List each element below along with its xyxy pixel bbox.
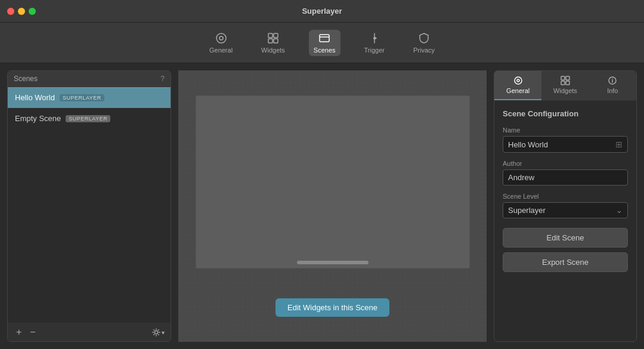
svg-point-9 xyxy=(154,331,157,333)
gear-icon xyxy=(152,328,160,336)
name-input[interactable] xyxy=(508,140,615,149)
gear-label: ▾ xyxy=(162,329,165,336)
config-panel: General Widgets Info xyxy=(494,70,637,342)
minimize-button[interactable] xyxy=(18,8,25,15)
canvas-area: Edit Widgets in this Scene xyxy=(178,70,487,342)
scenes-list: Hello World SUPERLAYER Empty Scene SUPER… xyxy=(8,87,171,323)
scenes-panel-header: Scenes ? xyxy=(8,71,171,87)
select-chevron-icon: ⌄ xyxy=(616,206,623,215)
author-input[interactable] xyxy=(508,173,623,182)
tab-trigger[interactable]: Trigger xyxy=(360,30,389,56)
close-button[interactable] xyxy=(7,8,14,15)
privacy-icon xyxy=(418,32,430,44)
author-input-wrapper xyxy=(503,169,628,186)
name-row: Name ⊞ xyxy=(503,126,628,153)
svg-rect-6 xyxy=(320,35,329,42)
config-tab-info[interactable]: Info xyxy=(589,71,636,100)
scenes-panel-title: Scenes xyxy=(14,75,38,83)
horizontal-scrollbar[interactable] xyxy=(297,261,369,264)
scenes-panel-footer: + − ▾ xyxy=(8,323,171,341)
config-body: Scene Configuration Name ⊞ Author Scene … xyxy=(494,101,636,341)
config-section-title: Scene Configuration xyxy=(503,109,628,118)
scene-name: Empty Scene xyxy=(15,114,61,123)
name-label: Name xyxy=(503,126,628,134)
svg-rect-3 xyxy=(274,33,278,38)
help-icon[interactable]: ? xyxy=(160,75,165,83)
tab-widgets[interactable]: Widgets xyxy=(256,30,290,56)
scene-name: Hello World xyxy=(15,93,55,102)
scene-badge: SUPERLAYER xyxy=(66,115,110,122)
scene-level-select-wrapper: Superlayer Background Foreground ⌄ xyxy=(503,202,628,218)
maximize-button[interactable] xyxy=(29,8,36,15)
footer-left: + − xyxy=(14,327,38,338)
name-input-icon: ⊞ xyxy=(615,140,623,149)
general-icon xyxy=(215,32,227,44)
config-tab-widgets[interactable]: Widgets xyxy=(541,71,589,100)
export-scene-button[interactable]: Export Scene xyxy=(503,252,628,272)
scene-item-hello-world[interactable]: Hello World SUPERLAYER xyxy=(8,87,171,108)
toolbar: General Widgets Scenes Trigger Privacy xyxy=(0,23,644,63)
svg-rect-14 xyxy=(561,81,565,85)
widgets-icon xyxy=(267,32,279,44)
trigger-icon xyxy=(369,32,380,44)
config-info-icon xyxy=(608,76,617,85)
tab-scenes[interactable]: Scenes xyxy=(309,30,340,56)
scenes-panel: Scenes ? Hello World SUPERLAYER Empty Sc… xyxy=(7,70,171,342)
config-general-icon xyxy=(513,76,523,85)
tab-privacy[interactable]: Privacy xyxy=(408,30,439,56)
config-widgets-icon xyxy=(561,76,570,85)
svg-rect-2 xyxy=(268,33,273,38)
svg-point-8 xyxy=(373,37,376,39)
svg-rect-5 xyxy=(274,39,278,43)
edit-widgets-button[interactable]: Edit Widgets in this Scene xyxy=(275,298,389,317)
canvas-inner xyxy=(196,96,469,268)
name-input-wrapper: ⊞ xyxy=(503,136,628,153)
edit-scene-button[interactable]: Edit Scene xyxy=(503,228,628,248)
gear-button[interactable]: ▾ xyxy=(152,328,165,336)
author-label: Author xyxy=(503,160,628,167)
traffic-lights xyxy=(7,8,36,15)
tab-general[interactable]: General xyxy=(205,30,237,56)
svg-point-11 xyxy=(517,79,519,82)
config-tab-general[interactable]: General xyxy=(494,71,541,100)
svg-point-10 xyxy=(515,77,522,84)
svg-rect-4 xyxy=(268,39,273,43)
scene-level-select[interactable]: Superlayer Background Foreground xyxy=(508,206,616,215)
svg-point-1 xyxy=(219,36,223,40)
scene-level-row: Scene Level Superlayer Background Foregr… xyxy=(503,193,628,218)
config-tabs: General Widgets Info xyxy=(494,71,636,101)
svg-rect-13 xyxy=(566,76,569,80)
svg-rect-12 xyxy=(561,76,565,80)
app-title: Superlayer xyxy=(302,7,342,16)
svg-point-0 xyxy=(216,33,226,43)
remove-scene-button[interactable]: − xyxy=(27,327,38,338)
author-row: Author xyxy=(503,160,628,186)
titlebar: Superlayer xyxy=(0,0,644,23)
scene-item-empty[interactable]: Empty Scene SUPERLAYER xyxy=(8,108,171,129)
svg-rect-15 xyxy=(566,81,569,85)
main-content: Scenes ? Hello World SUPERLAYER Empty Sc… xyxy=(0,63,644,349)
scene-level-label: Scene Level xyxy=(503,193,628,200)
svg-point-18 xyxy=(612,78,614,79)
add-scene-button[interactable]: + xyxy=(14,327,24,338)
scenes-icon xyxy=(318,32,330,44)
canvas-frame xyxy=(196,95,470,268)
scene-badge: SUPERLAYER xyxy=(60,94,104,101)
